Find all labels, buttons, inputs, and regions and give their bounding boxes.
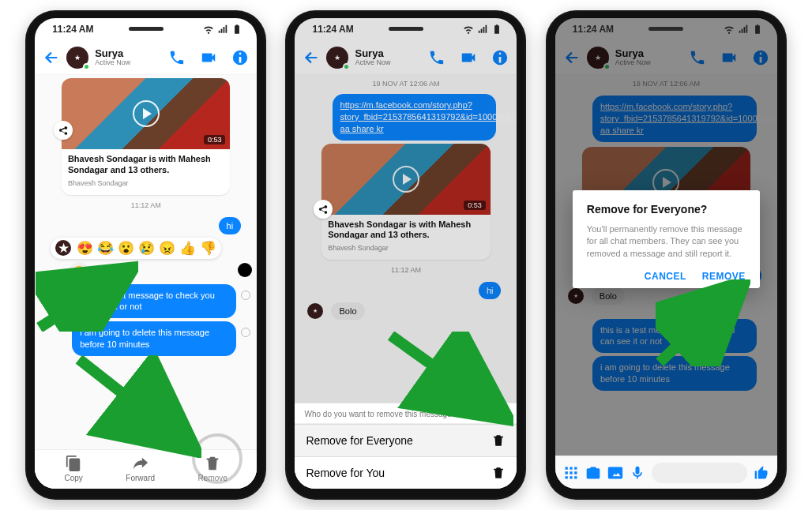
incoming-message-row: ★ Bolo	[307, 302, 517, 320]
guide-arrow-4	[656, 279, 750, 366]
battery-icon	[231, 24, 242, 35]
card-subtitle: Bhavesh Sondagar	[328, 244, 484, 252]
seen-indicator	[241, 328, 250, 337]
camera-icon[interactable]	[585, 465, 601, 481]
remove-for-you[interactable]: Remove for You	[295, 457, 517, 489]
timestamp-label: 11:12 AM	[35, 197, 257, 214]
scroll-indicator	[238, 263, 252, 277]
card-title: Bhavesh Sondagar is with Mahesh Sondagar…	[68, 154, 224, 176]
reaction-like[interactable]: 👍	[179, 240, 196, 257]
confirm-dialog: Remove for Everyone? You'll permanently …	[573, 190, 760, 288]
message-link[interactable]: https://m.facebook.com/story.php?story_f…	[333, 94, 497, 141]
status-bar: 11:24 AM	[555, 18, 777, 40]
play-icon	[393, 166, 419, 193]
phone-mockup-2: 11:24 AM ★ Surya Active Now 19 NOV AT 12…	[285, 10, 526, 500]
presence-text: Active Now	[355, 58, 390, 66]
remove-for-everyone[interactable]: Remove for Everyone	[295, 424, 517, 457]
back-icon[interactable]	[43, 49, 60, 66]
svg-line-2	[391, 336, 502, 414]
call-icon[interactable]	[689, 49, 706, 66]
card-title: Bhavesh Sondagar is with Mahesh Sondagar…	[328, 219, 484, 242]
wifi-icon	[463, 24, 474, 35]
reaction-love[interactable]: 😍	[77, 240, 93, 257]
trash-icon	[491, 433, 506, 448]
card-subtitle: Bhavesh Sondagar	[68, 179, 224, 187]
status-time: 11:24 AM	[573, 24, 614, 35]
forward-button[interactable]: Forward	[126, 455, 155, 482]
phone-mockup-3: 11:24 AM ★ Surya Active Now 19 NOV AT 12…	[546, 10, 787, 500]
message-input[interactable]	[652, 463, 747, 483]
gallery-icon[interactable]	[607, 465, 623, 481]
svg-line-1	[79, 359, 190, 446]
mic-icon[interactable]	[630, 465, 645, 481]
back-icon[interactable]	[303, 49, 320, 66]
chat-header: ★ Surya Active Now	[555, 40, 777, 75]
header-name-block[interactable]: Surya Active Now	[95, 48, 130, 66]
message-hi[interactable]: hi	[479, 282, 502, 299]
seen-indicator	[241, 291, 250, 300]
reaction-haha[interactable]: 😂	[97, 240, 114, 257]
presence-text: Active Now	[95, 58, 130, 66]
grid-icon[interactable]	[563, 465, 579, 481]
reaction-sad[interactable]: 😢	[138, 240, 155, 257]
video-icon[interactable]	[200, 49, 217, 66]
status-bar: 11:24 AM	[295, 18, 517, 40]
status-bar: 11:24 AM	[35, 18, 257, 40]
video-icon[interactable]	[720, 49, 738, 66]
chat-header: ★ Surya Active Now	[295, 40, 517, 75]
play-icon	[133, 100, 160, 127]
dialog-body: You'll permanently remove this message f…	[587, 223, 746, 260]
svg-line-0	[39, 272, 126, 328]
status-time: 11:24 AM	[52, 24, 93, 35]
guide-arrow-1	[36, 261, 138, 332]
shared-story-card[interactable]: 0:53 Bhavesh Sondagar is with Mahesh Son…	[321, 144, 491, 261]
battery-icon	[491, 24, 502, 35]
message-bolo[interactable]: Bolo	[592, 287, 625, 305]
svg-line-3	[660, 287, 739, 362]
info-icon[interactable]	[752, 49, 769, 66]
trash-icon	[491, 466, 506, 480]
signal-icon	[738, 24, 749, 35]
chat-header: ★ Surya Active Now	[35, 40, 257, 75]
video-duration: 0:53	[464, 201, 486, 210]
guide-arrow-3	[387, 332, 513, 426]
share-icon[interactable]	[54, 121, 73, 140]
message-bolo[interactable]: Bolo	[331, 302, 364, 320]
reaction-dislike[interactable]: 👎	[200, 240, 216, 257]
reaction-wow[interactable]: 😮	[118, 240, 134, 257]
call-icon[interactable]	[428, 49, 445, 66]
info-icon[interactable]	[231, 49, 249, 66]
reaction-angry[interactable]: 😠	[159, 240, 175, 257]
avatar-mini: ★	[568, 288, 584, 304]
presence-text: Active Now	[615, 58, 651, 66]
timestamp-label: 19 NOV AT 12:06 AM	[295, 75, 517, 92]
avatar[interactable]: ★	[66, 47, 88, 69]
message-hi[interactable]: hi	[219, 217, 242, 234]
like-icon[interactable]	[754, 465, 769, 481]
video-duration: 0:53	[204, 135, 226, 144]
dialog-title: Remove for Everyone?	[587, 203, 746, 216]
timestamp-label: 19 NOV AT 12:06 AM	[555, 75, 777, 92]
wifi-icon	[203, 24, 214, 35]
contact-name: Surya	[355, 48, 390, 58]
timestamp-label: 11:12 AM	[295, 261, 517, 279]
wifi-icon	[724, 24, 735, 35]
signal-icon	[477, 24, 488, 35]
video-icon[interactable]	[460, 49, 477, 66]
message-link[interactable]: https://m.facebook.com/story.php?story_f…	[592, 96, 757, 142]
avatar[interactable]: ★	[326, 47, 348, 69]
shared-story-card[interactable]: 0:53 Bhavesh Sondagar is with Mahesh Son…	[62, 78, 231, 195]
guide-arrow-2	[75, 355, 201, 458]
copy-button[interactable]: Copy	[64, 455, 82, 482]
avatar-mini: ★	[307, 303, 323, 319]
contact-name: Surya	[615, 48, 651, 58]
status-time: 11:24 AM	[312, 24, 353, 35]
composer-bar	[555, 456, 777, 489]
call-icon[interactable]	[168, 49, 186, 66]
reactions-bar[interactable]: ★ 😍 😂 😮 😢 😠 👍 👎	[51, 238, 221, 259]
avatar[interactable]: ★	[587, 47, 609, 69]
back-icon[interactable]	[563, 49, 581, 66]
battery-icon	[752, 24, 763, 35]
info-icon[interactable]	[491, 49, 509, 66]
avatar-mini: ★	[55, 240, 71, 256]
